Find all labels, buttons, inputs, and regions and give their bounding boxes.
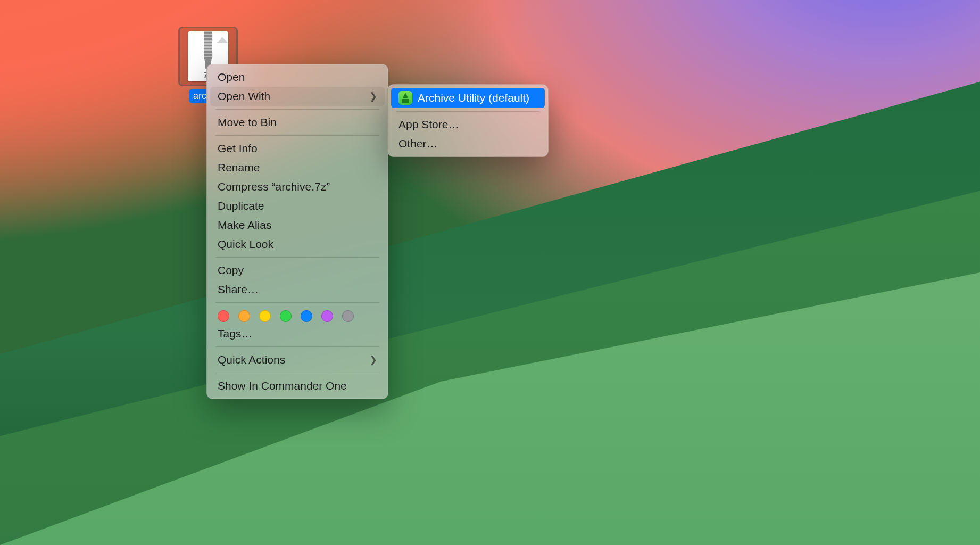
tag-dot-purple[interactable] (321, 310, 333, 322)
menu-separator (215, 257, 379, 258)
tag-dot-orange[interactable] (238, 310, 250, 322)
menu-item-label: Duplicate (218, 200, 264, 212)
menu-item-tags[interactable]: Tags… (210, 324, 385, 343)
open-with-submenu: Archive Utility (default) App Store… Oth… (387, 84, 549, 157)
tag-color-row (210, 306, 385, 324)
menu-item-label: Copy (218, 264, 244, 277)
menu-item-open-with[interactable]: Open With ❯ (210, 87, 385, 106)
menu-separator (215, 346, 379, 347)
submenu-item-archive-utility[interactable]: Archive Utility (default) (391, 88, 545, 108)
submenu-item-label: App Store… (398, 118, 459, 131)
menu-item-label: Move to Bin (218, 116, 277, 129)
menu-item-share[interactable]: Share… (210, 280, 385, 299)
desktop[interactable]: 7z archive.7z Open Open With ❯ Move to B… (0, 0, 980, 545)
menu-item-make-alias[interactable]: Make Alias (210, 216, 385, 235)
tag-dot-blue[interactable] (301, 310, 312, 322)
context-menu: Open Open With ❯ Move to Bin Get Info Re… (206, 64, 388, 399)
chevron-right-icon: ❯ (369, 90, 377, 102)
menu-item-compress[interactable]: Compress “archive.7z” (210, 177, 385, 196)
chevron-right-icon: ❯ (369, 354, 377, 366)
menu-item-get-info[interactable]: Get Info (210, 139, 385, 158)
submenu-item-app-store[interactable]: App Store… (391, 115, 545, 134)
menu-item-move-to-bin[interactable]: Move to Bin (210, 113, 385, 132)
tag-dot-gray[interactable] (342, 310, 354, 322)
menu-separator (396, 111, 539, 112)
menu-item-label: Show In Commander One (218, 379, 347, 392)
menu-item-label: Make Alias (218, 219, 272, 232)
menu-item-quick-look[interactable]: Quick Look (210, 235, 385, 254)
menu-item-label: Rename (218, 161, 260, 174)
tag-dot-red[interactable] (218, 310, 229, 322)
submenu-item-other[interactable]: Other… (391, 134, 545, 153)
archive-utility-app-icon (398, 91, 412, 105)
menu-item-label: Tags… (218, 327, 252, 340)
menu-item-open[interactable]: Open (210, 68, 385, 87)
menu-item-duplicate[interactable]: Duplicate (210, 196, 385, 216)
menu-item-label: Open (218, 71, 245, 84)
menu-item-copy[interactable]: Copy (210, 261, 385, 280)
menu-separator (215, 109, 379, 110)
menu-separator (215, 135, 379, 136)
submenu-item-label: Archive Utility (default) (418, 92, 529, 104)
menu-item-label: Quick Look (218, 238, 273, 251)
submenu-item-label: Other… (398, 137, 438, 150)
menu-item-label: Get Info (218, 142, 258, 155)
menu-item-show-in-commander-one[interactable]: Show In Commander One (210, 376, 385, 395)
menu-item-label: Share… (218, 283, 259, 296)
menu-item-label: Compress “archive.7z” (218, 180, 330, 193)
tag-dot-yellow[interactable] (259, 310, 271, 322)
menu-separator (215, 302, 379, 303)
zipper-icon (204, 31, 212, 62)
menu-item-label: Open With (218, 90, 270, 103)
menu-separator (215, 373, 379, 373)
tag-dot-green[interactable] (280, 310, 292, 322)
menu-item-quick-actions[interactable]: Quick Actions ❯ (210, 350, 385, 369)
menu-item-label: Quick Actions (218, 353, 285, 366)
menu-item-rename[interactable]: Rename (210, 158, 385, 177)
